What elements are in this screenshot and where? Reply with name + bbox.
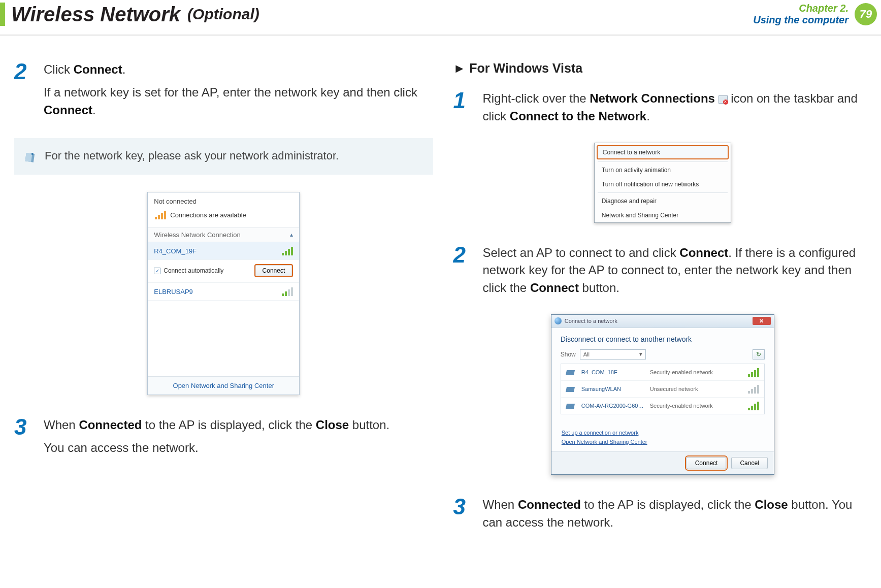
bold-connect: Connect: [44, 103, 92, 117]
step2-line2: If a network key is set for the AP, ente…: [44, 84, 433, 119]
network-name-label: SamsungWLAN: [581, 386, 645, 392]
note-text: For the network key, please ask your net…: [45, 149, 339, 162]
step-number: 3: [453, 496, 474, 517]
globe-icon: [554, 317, 562, 324]
text: to the AP is displayed, click the: [581, 498, 755, 511]
network-name-label: ELBRUSAP9: [154, 288, 193, 296]
network-item-r4com19f[interactable]: R4_COM_19F: [148, 242, 299, 259]
text: Select an AP to connect to and click: [483, 246, 680, 259]
text: When: [44, 418, 79, 432]
text: Click: [44, 62, 74, 76]
network-row-samsungwlan[interactable]: SamsungWLAN Unsecured network: [561, 381, 764, 398]
text: If a network key is set for the AP, ente…: [44, 85, 417, 99]
menu-separator: [598, 161, 728, 162]
left-step-2: 2 Click Connect. If a network key is set…: [14, 61, 433, 124]
connect-auto-label: Connect automatically: [164, 267, 223, 274]
chevron-up-icon: ▴: [290, 231, 293, 239]
refresh-button[interactable]: ↻: [753, 349, 765, 360]
window-body: Disconnect or connect to another network…: [551, 328, 774, 451]
text: When: [483, 498, 518, 511]
show-label: Show: [561, 351, 576, 358]
network-row-r4com18f[interactable]: R4_COM_18F Security-enabled network: [561, 364, 764, 381]
bold-close: Close: [316, 418, 349, 432]
network-name-label: R4_COM_19F: [154, 247, 197, 255]
text: to the AP is displayed, click the: [142, 418, 315, 432]
header-right-block: Chapter 2. Using the computer 79: [753, 3, 881, 26]
network-row-comavrg2000[interactable]: COM-AV-RG2000-G60… Security-enabled netw…: [561, 398, 764, 414]
network-type-label: Security-enabled network: [650, 369, 743, 375]
bold-connect: Connect: [74, 62, 122, 76]
network-icon: [566, 385, 576, 393]
window-links: Set up a connection or network Open Netw…: [561, 429, 765, 451]
close-button[interactable]: ✕: [753, 317, 771, 325]
step-body: Select an AP to connect to and click Con…: [483, 244, 872, 302]
r-step2-line: Select an AP to connect to and click Con…: [483, 244, 872, 297]
step-number: 3: [14, 416, 35, 438]
window-title-label: Connect to a network: [565, 318, 617, 324]
open-network-center-link[interactable]: Open Network and Sharing Center: [562, 438, 764, 447]
connections-available-row: Connections are available: [154, 208, 293, 222]
cancel-button[interactable]: Cancel: [731, 457, 767, 469]
connect-button[interactable]: Connect: [254, 264, 293, 277]
r-step3-line: When Connected to the AP is displayed, c…: [483, 496, 872, 532]
window-prompt-label: Disconnect or connect to another network: [561, 335, 765, 343]
vista-connect-window: Connect to a network ✕ Disconnect or con…: [551, 314, 774, 475]
network-type-label: Security-enabled network: [650, 403, 743, 409]
bold-connected: Connected: [518, 498, 581, 511]
wireless-group-header[interactable]: Wireless Network Connection ▴: [148, 227, 299, 242]
menu-separator: [598, 192, 728, 193]
step-number: 2: [453, 244, 474, 266]
open-network-center-link[interactable]: Open Network and Sharing Center: [148, 376, 299, 395]
signal-bars-icon: [748, 368, 759, 377]
network-icon: [566, 402, 576, 410]
window-footer: Connect Cancel: [551, 451, 774, 474]
bold-connect: Connect: [679, 246, 728, 259]
page-subtitle: (Optional): [187, 6, 259, 23]
signal-bars-icon: [282, 246, 293, 255]
step3-line1: When Connected to the AP is displayed, c…: [44, 416, 389, 434]
window-titlebar: Connect to a network ✕: [551, 315, 774, 328]
vista-connect-window-figure: Connect to a network ✕ Disconnect or con…: [453, 314, 872, 475]
step-body: When Connected to the AP is displayed, c…: [44, 416, 389, 462]
step3-line2: You can access the network.: [44, 439, 389, 457]
step-number: 2: [14, 61, 35, 82]
bold-connected: Connected: [79, 418, 142, 432]
network-item-elbrusap9[interactable]: ELBRUSAP9: [148, 282, 299, 300]
menu-item-activity-animation[interactable]: Turn on activity animation: [595, 163, 731, 177]
chapter-block: Chapter 2. Using the computer: [753, 3, 849, 26]
menu-item-network-sharing-center[interactable]: Network and Sharing Center: [595, 208, 731, 222]
flyout-empty-space: [148, 300, 299, 376]
page-title: Wireless Network: [11, 3, 180, 26]
text: .: [646, 109, 650, 123]
header-accent-bar: [0, 3, 5, 26]
connect-button[interactable]: Connect: [687, 457, 727, 469]
text: .: [122, 62, 126, 76]
bold-network-connections: Network Connections: [590, 91, 715, 105]
note-icon: [23, 149, 38, 164]
vista-context-menu-figure: Connect to a network Turn on activity an…: [453, 143, 872, 223]
right-step-3: 3 When Connected to the AP is displayed,…: [453, 496, 872, 537]
menu-item-connect-to-network[interactable]: Connect to a network: [597, 145, 729, 159]
menu-item-diagnose-repair[interactable]: Diagnose and repair: [595, 194, 731, 208]
left-column: 2 Click Connect. If a network key is set…: [14, 61, 433, 549]
content-columns: 2 Click Connect. If a network key is set…: [0, 36, 881, 549]
page-header: Wireless Network (Optional) Chapter 2. U…: [0, 0, 881, 36]
network-list: R4_COM_18F Security-enabled network Sams…: [561, 364, 765, 414]
bold-connect: Connect: [530, 281, 579, 295]
text: button.: [349, 418, 389, 432]
connect-auto-checkbox[interactable]: ✓: [154, 268, 160, 274]
vista-context-menu: Connect to a network Turn on activity an…: [594, 143, 731, 223]
for-windows-vista-heading: For Windows Vista: [453, 61, 872, 76]
network-type-label: Unsecured network: [650, 386, 743, 392]
win7-flyout-figure: Not connected Connections are available …: [14, 192, 433, 395]
right-column: For Windows Vista 1 Right-click over the…: [453, 61, 872, 549]
group-title-label: Wireless Network Connection: [154, 231, 241, 239]
step-number: 1: [453, 90, 474, 111]
page-number-badge: 79: [855, 3, 877, 25]
show-filter-dropdown[interactable]: All ▾: [580, 349, 646, 360]
note-box: For the network key, please ask your net…: [14, 138, 433, 175]
menu-item-turn-off-notification[interactable]: Turn off notification of new networks: [595, 177, 731, 191]
set-up-connection-link[interactable]: Set up a connection or network: [562, 429, 764, 438]
text: Right-click over the: [483, 91, 590, 105]
step-body: When Connected to the AP is displayed, c…: [483, 496, 872, 537]
